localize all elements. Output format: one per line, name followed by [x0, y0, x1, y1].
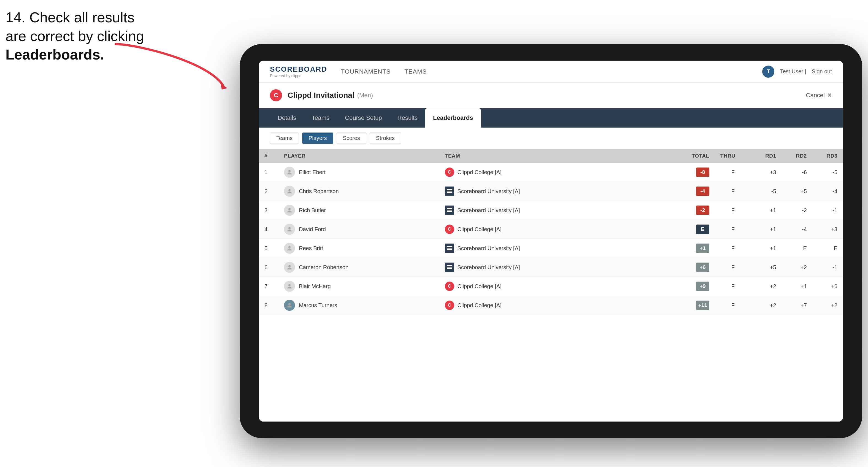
- cell-team: CClippd College [A]: [439, 296, 669, 315]
- tab-results[interactable]: Results: [390, 108, 425, 128]
- cell-rd2: -4: [782, 220, 812, 239]
- team-name: Scoreboard University [A]: [458, 188, 520, 194]
- tournament-logo: C: [270, 89, 282, 101]
- tournament-header: C Clippd Invitational (Men) Cancel ✕: [259, 83, 843, 108]
- table-row: 5Rees BrittScoreboard University [A]+1F+…: [259, 239, 843, 258]
- cell-player: Blair McHarg: [279, 277, 439, 296]
- tab-bar: Details Teams Course Setup Results Leade…: [259, 108, 843, 128]
- svg-point-2: [288, 189, 290, 191]
- player-avatar: [284, 224, 295, 235]
- cell-total: E: [669, 220, 715, 239]
- player-avatar: [284, 262, 295, 273]
- cell-rd3: -1: [812, 258, 843, 277]
- svg-point-20: [288, 303, 290, 305]
- team-logo: [445, 187, 454, 196]
- instruction-text: 14. Check all results are correct by cli…: [5, 8, 144, 64]
- col-header-team: TEAM: [439, 149, 669, 163]
- table-row: 3Rich ButlerScoreboard University [A]-2F…: [259, 201, 843, 220]
- filter-teams[interactable]: Teams: [270, 132, 299, 144]
- player-name: Elliot Ebert: [299, 169, 326, 176]
- player-avatar: [284, 300, 295, 311]
- team-name: Scoreboard University [A]: [458, 207, 520, 214]
- player-avatar: [284, 243, 295, 254]
- cell-total: +11: [669, 296, 715, 315]
- cell-team: Scoreboard University [A]: [439, 239, 669, 258]
- filter-bar: Teams Players Scores Strokes: [259, 128, 843, 149]
- nav-teams[interactable]: TEAMS: [404, 68, 427, 75]
- cell-rd2: E: [782, 239, 812, 258]
- cell-rd2: +2: [782, 258, 812, 277]
- user-text: Test User |: [780, 68, 806, 75]
- cell-player: Marcus Turners: [279, 296, 439, 315]
- cell-player: Cameron Robertson: [279, 258, 439, 277]
- filter-strokes[interactable]: Strokes: [370, 132, 401, 144]
- svg-rect-13: [447, 248, 452, 249]
- table-row: 1Elliot EbertCClippd College [A]-8F+3-6-…: [259, 163, 843, 182]
- svg-rect-9: [447, 211, 452, 212]
- cell-team: CClippd College [A]: [439, 277, 669, 296]
- tab-details[interactable]: Details: [270, 108, 304, 128]
- cell-total: -4: [669, 182, 715, 201]
- tab-course-setup[interactable]: Course Setup: [337, 108, 390, 128]
- top-navigation: SCOREBOARD Powered by clippd TOURNAMENTS…: [259, 61, 843, 83]
- svg-rect-3: [447, 189, 452, 190]
- svg-point-10: [288, 227, 290, 229]
- cell-rank: 4: [259, 220, 279, 239]
- cell-rd2: -6: [782, 163, 812, 182]
- cell-thru: F: [715, 277, 751, 296]
- svg-rect-5: [447, 192, 452, 193]
- cell-rd1: +1: [751, 220, 782, 239]
- filter-scores[interactable]: Scores: [337, 132, 366, 144]
- team-logo: [445, 262, 454, 272]
- team-name: Clippd College [A]: [458, 226, 502, 232]
- cell-rd1: +2: [751, 277, 782, 296]
- close-icon: ✕: [827, 92, 832, 99]
- svg-point-11: [288, 246, 290, 248]
- cell-player: Rees Britt: [279, 239, 439, 258]
- logo-sub: Powered by clippd: [270, 73, 327, 78]
- cell-player: Elliot Ebert: [279, 163, 439, 182]
- signout-link[interactable]: Sign out: [812, 68, 832, 75]
- cell-total: +1: [669, 239, 715, 258]
- cell-rd1: +1: [751, 201, 782, 220]
- player-avatar: [284, 205, 295, 216]
- svg-rect-17: [447, 267, 452, 268]
- col-header-total: TOTAL: [669, 149, 715, 163]
- team-name: Clippd College [A]: [458, 283, 502, 289]
- table-header: # PLAYER TEAM TOTAL THRU RD1 RD2 RD3: [259, 149, 843, 163]
- svg-rect-14: [447, 249, 452, 250]
- cell-rd3: -5: [812, 163, 843, 182]
- cell-rd3: E: [812, 239, 843, 258]
- cell-total: -8: [669, 163, 715, 182]
- tab-teams[interactable]: Teams: [304, 108, 337, 128]
- svg-rect-8: [447, 210, 452, 211]
- player-name: Rich Butler: [299, 207, 326, 214]
- team-name: Scoreboard University [A]: [458, 264, 520, 271]
- cell-rd2: +7: [782, 296, 812, 315]
- cell-thru: F: [715, 182, 751, 201]
- cancel-button[interactable]: Cancel ✕: [806, 92, 832, 99]
- cell-rank: 1: [259, 163, 279, 182]
- cell-rd3: +2: [812, 296, 843, 315]
- cell-rd3: +6: [812, 277, 843, 296]
- nav-tournaments[interactable]: TOURNAMENTS: [341, 68, 391, 75]
- cell-thru: F: [715, 201, 751, 220]
- tablet-device: SCOREBOARD Powered by clippd TOURNAMENTS…: [240, 44, 862, 438]
- svg-rect-7: [447, 208, 452, 209]
- cell-total: +9: [669, 277, 715, 296]
- player-name: Cameron Robertson: [299, 264, 348, 271]
- svg-point-6: [288, 208, 290, 210]
- team-logo: C: [445, 282, 454, 291]
- cell-player: Rich Butler: [279, 201, 439, 220]
- cell-rd1: +2: [751, 296, 782, 315]
- cell-rank: 5: [259, 239, 279, 258]
- player-name: Marcus Turners: [299, 302, 337, 309]
- filter-players[interactable]: Players: [302, 132, 333, 144]
- player-name: Chris Robertson: [299, 188, 339, 194]
- tab-leaderboards[interactable]: Leaderboards: [425, 108, 481, 128]
- player-name: Blair McHarg: [299, 283, 331, 289]
- cell-thru: F: [715, 220, 751, 239]
- player-avatar: [284, 281, 295, 292]
- cell-rd2: -2: [782, 201, 812, 220]
- cell-player: Chris Robertson: [279, 182, 439, 201]
